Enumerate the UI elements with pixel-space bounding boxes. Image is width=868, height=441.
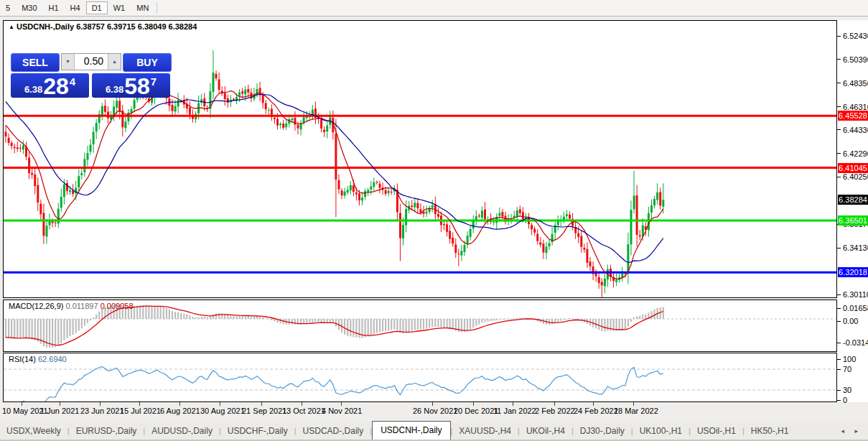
date-axis-tick <box>341 402 342 406</box>
rsi-value: 62.6940 <box>38 355 67 363</box>
tab-scroll-arrows[interactable]: ◂ ▸ <box>841 427 868 440</box>
tab-dj30-daily[interactable]: DJ30-,Daily <box>574 423 631 440</box>
macd-label: MACD(12,26,9) 0.011897 0.009058 <box>9 302 134 310</box>
date-axis-label: 4 Nov 2021 <box>322 407 362 415</box>
date-axis-tick <box>220 402 220 406</box>
buy-price-base: 6.38 <box>106 84 123 95</box>
chart-ohlc: 6.38757 6.39715 6.38049 6.38284 <box>76 22 197 31</box>
date-axis-label: 20 Dec 2021 <box>454 407 498 415</box>
rsi-canvas[interactable] <box>4 353 836 401</box>
date-axis-tick <box>60 402 60 406</box>
collapse-arrow-icon[interactable]: ▲ <box>9 24 14 30</box>
sell-price-base: 6.38 <box>24 84 42 95</box>
macd-value: 0.011897 <box>65 302 98 310</box>
sell-button[interactable]: SELL <box>11 53 60 72</box>
date-axis-label: 1 Jun 2021 <box>40 407 79 415</box>
date-axis-label: 10 May 2021 <box>2 407 48 415</box>
chart-symbol: USDCNH-,Daily <box>17 22 74 31</box>
date-axis-tick <box>593 402 594 406</box>
volume-decrease-button[interactable]: ▼ <box>62 54 74 70</box>
rsi-label: RSI(14) 62.6940 <box>9 355 67 363</box>
date-axis-tick <box>473 402 474 406</box>
timeframe-toolbar: 5M30H1H4D1W1MN <box>0 0 868 17</box>
date-axis-tick <box>261 402 262 406</box>
date-axis-tick <box>513 402 513 406</box>
date-axis-tick <box>432 402 433 406</box>
volume-input[interactable]: 0.50 <box>74 54 108 70</box>
date-axis-label: 6 Aug 2021 <box>160 407 200 415</box>
tab-usdcnh-daily[interactable]: USDCNH-,Daily <box>372 421 450 440</box>
tab-audusd-daily[interactable]: AUDUSD-,Daily <box>145 423 219 440</box>
sell-price-pips: 28 <box>43 76 69 96</box>
timeframe-button-m30[interactable]: M30 <box>16 1 42 14</box>
date-axis-label: 2 Feb 2022 <box>535 407 575 415</box>
timeframe-button-w1[interactable]: W1 <box>108 1 131 14</box>
tab-usdx-weekly[interactable]: USDX,Weekly <box>0 423 67 440</box>
date-axis-tick <box>139 402 140 406</box>
toolbar-separator <box>157 2 157 14</box>
date-axis-tick <box>302 402 302 406</box>
tab-ukoil-h4[interactable]: UKOil-,H4 <box>520 423 571 440</box>
date-axis-label: 13 Oct 2021 <box>282 407 325 415</box>
price-chart-pane[interactable]: ▲ USDCNH-,Daily 6.38757 6.39715 6.38049 … <box>3 20 837 298</box>
volume-increase-button[interactable]: ▲ <box>108 54 121 70</box>
date-axis-tick <box>179 402 180 406</box>
tab-usdcad-daily[interactable]: USDCAD-,Daily <box>297 423 370 440</box>
price-axis-column[interactable] <box>837 20 868 402</box>
rsi-indicator-pane[interactable]: RSI(14) 62.6940 <box>3 353 837 402</box>
buy-button[interactable]: BUY <box>123 53 172 72</box>
sell-price-panel[interactable]: 6.38 28 4 <box>11 73 89 98</box>
date-axis-tick <box>22 402 22 406</box>
date-axis-tick <box>554 402 555 406</box>
date-axis-tick <box>100 402 101 406</box>
macd-indicator-pane[interactable]: MACD(12,26,9) 0.011897 0.009058 <box>3 300 837 352</box>
buy-price-pips: 58 <box>124 76 150 96</box>
timeframe-button-5[interactable]: 5 <box>0 1 16 14</box>
timeframe-button-h1[interactable]: H1 <box>43 1 65 14</box>
timeframe-button-h4[interactable]: H4 <box>65 1 86 14</box>
tab-hk50-h1[interactable]: HK50-,H1 <box>745 423 795 440</box>
date-axis-label: 24 Feb 2022 <box>574 407 618 415</box>
date-axis-label: 23 Jun 2021 <box>80 407 124 415</box>
buy-price-fraction: 7 <box>151 75 157 88</box>
date-axis-label: 11 Jan 2022 <box>493 407 536 415</box>
tab-usdchf-daily[interactable]: USDCHF-,Daily <box>221 423 294 440</box>
date-axis-label: 18 Mar 2022 <box>614 407 658 415</box>
macd-signal-value: 0.009058 <box>101 302 134 310</box>
chart-title: ▲ USDCNH-,Daily 6.38757 6.39715 6.38049 … <box>9 22 197 31</box>
volume-spinner: ▼ 0.50 ▲ <box>61 53 121 70</box>
tab-xauusd-h4[interactable]: XAUUSD-,H4 <box>452 423 518 440</box>
chart-tab-bar: USDX,Weekly|EURUSD-,Daily|AUDUSD-,Daily|… <box>0 422 868 441</box>
macd-name: MACD(12,26,9) <box>9 302 63 310</box>
date-axis-label: 26 Nov 2021 <box>413 407 457 415</box>
rsi-name: RSI(14) <box>9 355 36 363</box>
sell-price-fraction: 4 <box>70 75 75 88</box>
timeframe-button-mn[interactable]: MN <box>131 1 154 14</box>
tab-usoil-h1[interactable]: USOil-,H1 <box>691 423 742 440</box>
timeframe-button-d1[interactable]: D1 <box>86 1 108 14</box>
date-axis-label: 30 Aug 2021 <box>200 407 245 415</box>
tab-uk100-h1[interactable]: UK100-,H1 <box>633 423 689 440</box>
date-axis-label: 21 Sep 2021 <box>242 407 286 415</box>
buy-price-panel[interactable]: 6.38 58 7 <box>92 73 170 98</box>
tab-eurusd-daily[interactable]: EURUSD-,Daily <box>70 423 144 440</box>
one-click-trade-widget: SELL ▼ 0.50 ▲ BUY 6.38 28 4 6.38 58 7 <box>11 53 172 98</box>
date-axis-label: 15 Jul 2021 <box>120 407 161 415</box>
date-axis-tick <box>633 402 634 406</box>
